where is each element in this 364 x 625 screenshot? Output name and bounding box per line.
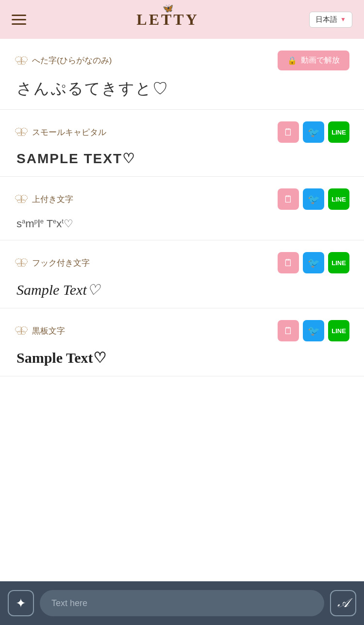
twitter-button-blackboard[interactable]: 🐦 <box>303 320 324 341</box>
section-blackboard-header: 黒板文字 🗒 🐦 LINE <box>15 320 349 341</box>
section-superscript-title: 上付き文字 <box>15 194 73 205</box>
line-button-blackboard[interactable]: LINE <box>328 320 349 341</box>
section-blackboard-label: 黒板文字 <box>32 325 65 337</box>
text-input[interactable] <box>40 590 324 616</box>
copy-button-small-caps[interactable]: 🗒 <box>278 121 299 143</box>
copy-button-superscript[interactable]: 🗒 <box>278 188 299 210</box>
butterfly-icon-heta <box>15 55 28 66</box>
copy-icon-3: 🗒 <box>283 257 293 269</box>
sample-text-blackboard: Sample Text♡ <box>15 349 349 366</box>
svg-point-23 <box>21 331 25 335</box>
section-hook-header: フック付き文字 🗒 🐦 LINE <box>15 252 349 273</box>
section-superscript: 上付き文字 🗒 🐦 LINE sample Text♡ <box>0 177 364 240</box>
sample-text-small-caps: SAMPLE TEXT♡ <box>15 151 349 167</box>
butterfly-icon-hook <box>15 257 28 268</box>
section-heta-header: へた字(ひらがなのみ) 🔒 動画で解放 <box>15 51 349 70</box>
line-button-small-caps[interactable]: LINE <box>328 121 349 143</box>
svg-point-3 <box>21 61 25 64</box>
main-content: へた字(ひらがなのみ) 🔒 動画で解放 さんぷるてきすと♡ スモールキャピタ <box>0 39 364 581</box>
sample-text-superscript: sample Text♡ <box>15 218 349 230</box>
copy-button-blackboard[interactable]: 🗒 <box>278 320 299 341</box>
svg-point-5 <box>16 128 22 134</box>
copy-icon: 🗒 <box>283 127 293 138</box>
svg-point-15 <box>16 259 22 264</box>
lock-icon: 🔒 <box>287 56 297 65</box>
share-buttons-hook: 🗒 🐦 LINE <box>278 252 349 273</box>
share-buttons-small-caps: 🗒 🐦 LINE <box>278 121 349 143</box>
bottom-toolbar: ✦ 𝒜 <box>0 581 364 625</box>
sample-text-heta: さんぷるてきすと♡ <box>15 78 349 100</box>
language-arrow: ▼ <box>340 16 346 23</box>
section-hook-label: フック付き文字 <box>32 257 90 269</box>
line-label-4: LINE <box>331 327 346 335</box>
share-buttons-superscript: 🗒 🐦 LINE <box>278 188 349 210</box>
butterfly-icon-small-caps <box>15 127 28 137</box>
svg-point-20 <box>16 327 22 332</box>
section-small-caps-title: スモールキャピタル <box>15 127 106 138</box>
line-label-2: LINE <box>331 196 346 203</box>
app-header: 🦋 LETTY 日本語 ▼ <box>0 0 364 39</box>
section-blackboard: 黒板文字 🗒 🐦 LINE Sample Text♡ <box>0 308 364 376</box>
sparkle-icon: ✦ <box>16 596 26 611</box>
section-small-caps-label: スモールキャピタル <box>32 127 106 138</box>
sample-text-hook: Sample Text♡ <box>15 281 349 298</box>
hamburger-menu[interactable] <box>12 15 26 25</box>
section-small-caps: スモールキャピタル 🗒 🐦 LINE SAMPLE TEXT♡ <box>0 110 364 177</box>
svg-point-13 <box>21 200 25 203</box>
section-blackboard-title: 黒板文字 <box>15 325 65 337</box>
font-selector-button[interactable]: 𝒜 <box>330 590 356 616</box>
section-superscript-label: 上付き文字 <box>32 194 73 205</box>
section-heta: へた字(ひらがなのみ) 🔒 動画で解放 さんぷるてきすと♡ <box>0 39 364 110</box>
section-hook-title: フック付き文字 <box>15 257 90 269</box>
lock-button-label: 動画で解放 <box>301 55 340 66</box>
line-button-superscript[interactable]: LINE <box>328 188 349 210</box>
app-logo: 🦋 LETTY <box>136 11 199 29</box>
share-buttons-blackboard: 🗒 🐦 LINE <box>278 320 349 341</box>
twitter-icon-2: 🐦 <box>308 193 320 205</box>
butterfly-icon-blackboard <box>15 325 28 336</box>
twitter-button-hook[interactable]: 🐦 <box>303 252 324 273</box>
section-small-caps-header: スモールキャピタル 🗒 🐦 LINE <box>15 121 349 143</box>
copy-icon-4: 🗒 <box>283 325 293 337</box>
font-icon: 𝒜 <box>338 596 348 610</box>
butterfly-icon-superscript <box>15 194 28 204</box>
unlock-button-heta[interactable]: 🔒 動画で解放 <box>278 51 349 70</box>
twitter-icon: 🐦 <box>308 126 320 138</box>
line-label: LINE <box>331 129 346 136</box>
language-selector[interactable]: 日本語 ▼ <box>309 12 352 28</box>
svg-point-10 <box>16 195 22 201</box>
sparkle-button[interactable]: ✦ <box>8 590 34 616</box>
language-label: 日本語 <box>315 15 337 24</box>
twitter-button-small-caps[interactable]: 🐦 <box>303 121 324 143</box>
line-label-3: LINE <box>331 259 346 267</box>
line-button-hook[interactable]: LINE <box>328 252 349 273</box>
twitter-icon-4: 🐦 <box>308 325 320 337</box>
section-hook: フック付き文字 🗒 🐦 LINE Sample Text♡ <box>0 240 364 308</box>
svg-point-0 <box>16 56 22 62</box>
twitter-button-superscript[interactable]: 🐦 <box>303 188 324 210</box>
copy-button-hook[interactable]: 🗒 <box>278 252 299 273</box>
svg-point-18 <box>21 263 25 267</box>
section-heta-label: へた字(ひらがなのみ) <box>32 55 112 66</box>
section-heta-title: へた字(ひらがなのみ) <box>15 55 112 66</box>
copy-icon-2: 🗒 <box>283 194 293 205</box>
section-superscript-header: 上付き文字 🗒 🐦 LINE <box>15 188 349 210</box>
logo-text: LETTY <box>136 11 199 28</box>
svg-point-8 <box>21 133 25 136</box>
twitter-icon-3: 🐦 <box>308 257 320 269</box>
